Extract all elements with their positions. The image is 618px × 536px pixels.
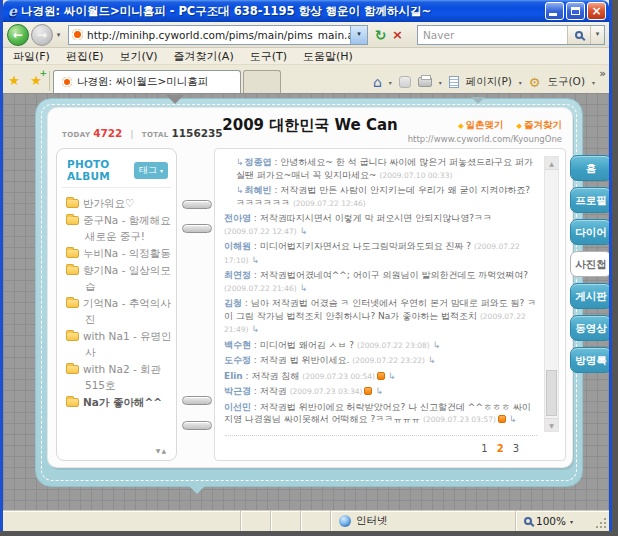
refresh-icon[interactable]: ↻ — [372, 27, 389, 43]
ilchon-link[interactable]: ◆일촌맺기 — [458, 119, 503, 130]
reply-icon[interactable]: ↳ — [388, 371, 396, 381]
reply-icon[interactable]: ↳ — [428, 355, 436, 365]
search-box[interactable]: Naver ▾ — [417, 25, 605, 45]
rss-feed-icon[interactable] — [399, 76, 411, 88]
scroll-down-icon[interactable]: ▼ — [545, 418, 558, 431]
commenter-name[interactable]: 김청 — [224, 298, 242, 308]
reply-icon[interactable]: ↳ — [433, 340, 441, 350]
menu-item[interactable]: 도움말(H) — [295, 48, 361, 65]
forward-button[interactable]: → — [31, 24, 53, 46]
album-folder[interactable]: 향기Na - 일상의모습 — [66, 262, 172, 294]
address-bar[interactable]: http://minihp.cyworld.com/pims/main/pims… — [68, 25, 368, 45]
updown-toggle-icon[interactable]: ▼▲ — [156, 447, 167, 454]
zoom-control[interactable]: 100% ▾ — [515, 511, 595, 531]
search-dropdown-icon[interactable]: ▾ — [590, 26, 604, 44]
reply-icon[interactable]: ↳ — [501, 430, 509, 431]
scroll-thumb[interactable] — [546, 370, 557, 416]
reply-icon[interactable]: ↳ — [509, 414, 517, 424]
menu-item[interactable]: 보기(V) — [111, 48, 165, 65]
album-folder[interactable]: 기억Na - 추억의사진 — [66, 295, 172, 327]
commenter-name[interactable]: 최혜빈 — [245, 185, 272, 195]
photo-album-sidebar: PHOTO ALBUM 태그 ▾ 반가워요♡중구Na - 함께해요 새로운 중구… — [56, 148, 177, 461]
menu-item[interactable]: 도구(T) — [242, 48, 295, 65]
nav-tab-다이어리[interactable]: 다이어리 — [570, 219, 609, 245]
search-button[interactable] — [567, 26, 590, 44]
tools-menu-button[interactable]: 도구(O) — [548, 75, 585, 89]
print-icon[interactable] — [418, 77, 432, 87]
menu-item[interactable]: 즐겨찾기(A) — [166, 48, 242, 65]
nav-tab-홈[interactable]: 홈 — [570, 155, 609, 181]
commenter-name[interactable]: 정종엽 — [245, 157, 272, 167]
minimize-button[interactable] — [545, 2, 564, 20]
nav-tab-동영상[interactable]: 동영상 — [570, 315, 609, 341]
reply-icon[interactable]: ↳ — [375, 386, 383, 396]
page-number[interactable]: 3 — [513, 443, 519, 454]
grip-dots — [604, 526, 606, 528]
address-dropdown-icon[interactable]: ▾ — [350, 26, 367, 44]
commenter-name[interactable]: 박근경 — [224, 386, 251, 396]
page-number[interactable]: 1 — [481, 443, 487, 454]
colon: : — [272, 185, 281, 195]
comment-text: 저작권 법 위반이세요. — [260, 355, 352, 365]
commenter-name[interactable]: 이해원 — [224, 241, 251, 251]
home-dropdown-icon[interactable]: ▾ — [389, 79, 392, 86]
browser-window: e 나경원: 싸이월드>미니홈피 - PC구조대 638-1195 항상 행운이… — [0, 0, 612, 531]
reply-icon[interactable]: ↳ — [252, 255, 260, 265]
tools-dropdown-icon[interactable]: ▾ — [592, 79, 595, 86]
nav-tab-프로필[interactable]: 프로필 — [570, 187, 609, 213]
commenter-name[interactable]: 백수현 — [224, 340, 251, 350]
address-url[interactable]: http://minihp.cyworld.com/pims/main/pims… — [87, 29, 350, 41]
menu-item[interactable]: 파일(F) — [5, 48, 58, 65]
print-dropdown-icon[interactable]: ▾ — [439, 79, 442, 86]
stop-icon[interactable]: × — [389, 27, 406, 42]
reply-icon[interactable]: ↳ — [252, 324, 260, 334]
commenter-name[interactable]: 도수정 — [224, 355, 251, 365]
page-menu-button[interactable]: 페이지(P) — [466, 75, 512, 89]
scroll-up-icon[interactable]: ▲ — [545, 157, 558, 170]
album-folder[interactable]: with Na2 - 회관515호 — [66, 361, 172, 393]
page-dropdown-icon[interactable]: ▾ — [519, 79, 522, 86]
album-folder[interactable]: 반가워요♡ — [66, 195, 172, 211]
zoom-dropdown-icon[interactable]: ▾ — [570, 518, 573, 525]
hompy-nav-tabs: 홈프로필다이어리사진첩게시판동영상방명록 — [570, 155, 609, 373]
commenter-name[interactable]: 전아영 — [224, 213, 251, 223]
nav-tab-방명록[interactable]: 방명록 — [570, 347, 609, 373]
menu-item[interactable]: 편집(E) — [58, 48, 112, 65]
skin-notch-icon — [471, 97, 485, 104]
history-dropdown-icon[interactable]: ▾ — [53, 31, 64, 39]
toolbar-overflow-icon[interactable]: » — [599, 67, 606, 80]
album-folder[interactable]: 누비Na - 의정활동 — [66, 245, 172, 261]
resize-grip[interactable] — [595, 511, 609, 531]
nav-tab-사진첩[interactable]: 사진첩 — [570, 251, 609, 277]
page-number[interactable]: 2 — [497, 443, 504, 454]
gear-icon[interactable]: ⚙ — [529, 76, 541, 89]
page-icon[interactable] — [449, 76, 459, 88]
album-folder[interactable]: with Na1 - 유명인사 — [66, 328, 172, 360]
comment: 김청 : 님아 저작권법 어겼슴 ㅋ 인터넷에서 우연히 본거 맘대로 퍼와도 … — [224, 297, 538, 337]
back-button[interactable]: ← — [7, 24, 29, 46]
reply-icon[interactable]: ↳ — [300, 283, 308, 293]
reply-icon[interactable]: ↳ — [300, 226, 308, 236]
commenter-name[interactable]: Elin — [224, 371, 243, 381]
comment-text: 소원을빌지 니가 지옥으로 꺼질수있게 — [260, 430, 415, 431]
tag-button[interactable]: 태그 ▾ — [134, 162, 168, 179]
nav-tab-게시판[interactable]: 게시판 — [570, 283, 609, 309]
add-favorite-icon[interactable]: ★+ — [25, 69, 47, 93]
album-folder[interactable]: 중구Na - 함께해요 새로운 중구! — [66, 212, 172, 244]
commenter-name[interactable]: 황유경 — [224, 430, 251, 431]
favorite-link[interactable]: ◆즐겨찾기 — [517, 119, 562, 130]
favorites-star-icon[interactable]: ★ — [3, 69, 25, 93]
status-cell — [300, 511, 330, 531]
maximize-button[interactable] — [566, 2, 585, 20]
titlebar[interactable]: e 나경원: 싸이월드>미니홈피 - PC구조대 638-1195 항상 행운이… — [3, 0, 609, 22]
album-folder[interactable]: Na가 좋아해^^ — [66, 394, 172, 410]
colon: : — [243, 371, 252, 381]
comments-scrollbar[interactable]: ▲ ▼ — [544, 156, 559, 432]
home-icon[interactable]: ⌂ — [373, 75, 382, 89]
search-input[interactable]: Naver — [418, 29, 567, 41]
commenter-name[interactable]: 최연정 — [224, 270, 251, 280]
browser-tab[interactable]: 나경원: 싸이월드>미니홈피 — [53, 70, 241, 93]
new-tab-stub[interactable] — [243, 70, 281, 93]
commenter-name[interactable]: 이선민 — [224, 402, 251, 412]
close-button[interactable]: × — [587, 2, 606, 20]
